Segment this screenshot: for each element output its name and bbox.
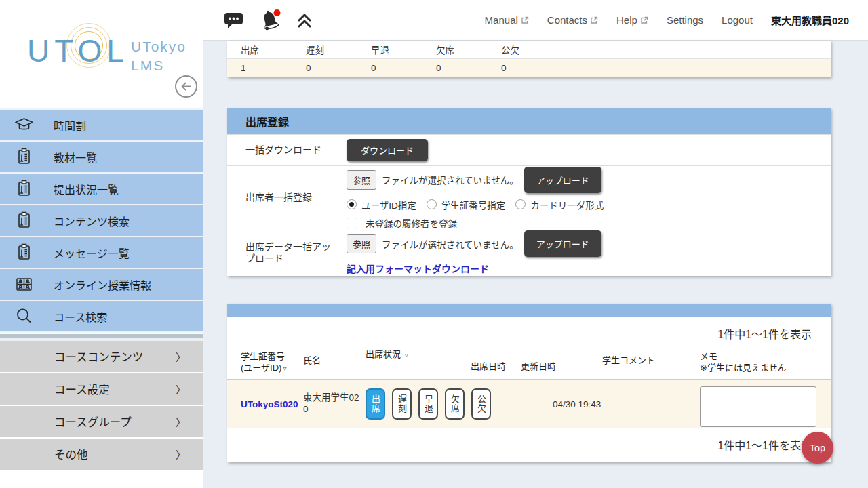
summary-header-row: 出席 遅刻 早退 欠席 公欠 <box>227 41 831 58</box>
memo-textarea[interactable] <box>700 386 816 427</box>
summary-col-present: 出席 <box>241 43 306 56</box>
utol-logo-subtitle: UTokyo LMS <box>131 37 186 76</box>
sort-indicator-icon: ▿ <box>405 351 408 359</box>
speech-bubble-icon <box>224 11 244 29</box>
contacts-link[interactable]: Contacts <box>547 14 598 26</box>
update-datetime-value: 04/30 19:43 <box>553 399 601 409</box>
sidebar-main-menu: 時間割 教材一覧 提出状況一覧 コンテンツ検索 メッセージ一覧 <box>0 108 203 333</box>
download-button[interactable]: ダウンロード <box>347 139 428 161</box>
status-absent-button[interactable]: 欠席 <box>445 388 465 420</box>
external-link-icon <box>640 16 648 24</box>
student-id-link[interactable]: UTokyoSt020 <box>241 399 298 409</box>
external-link-icon <box>590 16 598 24</box>
manual-link-label: Manual <box>485 14 518 26</box>
settings-link[interactable]: Settings <box>667 14 703 26</box>
status-early-leave-button[interactable]: 早退 <box>418 388 438 420</box>
summary-late-count: 0 <box>306 63 371 73</box>
sidebar-item-others[interactable]: その他 〉 <box>0 439 203 471</box>
utol-logo: UTOL <box>27 33 129 69</box>
summary-excused-count: 0 <box>501 63 566 73</box>
logo-area: UTOL UTokyo LMS <box>0 0 203 108</box>
browse-file-button[interactable]: 参照 <box>347 170 376 190</box>
graduation-cap-icon <box>14 115 35 136</box>
sidebar-item-course-search[interactable]: コース検索 <box>0 301 203 333</box>
chevron-right-icon: 〉 <box>176 447 186 462</box>
sidebar-item-timetable[interactable]: 時間割 <box>0 110 203 142</box>
notifications-button[interactable] <box>258 8 282 33</box>
sidebar-item-course-contents[interactable]: コースコンテンツ 〉 <box>0 341 203 373</box>
status-present-button[interactable]: 出席 <box>366 388 385 420</box>
summary-present-count: 1 <box>241 63 306 73</box>
sidebar-item-label: コース検索 <box>54 308 107 325</box>
clipboard-icon <box>14 146 35 167</box>
status-late-button[interactable]: 遅刻 <box>392 388 412 420</box>
sidebar-item-label: 提出状況一覧 <box>54 181 119 197</box>
sidebar-item-messages[interactable]: メッセージ一覧 <box>0 237 203 269</box>
current-user-name[interactable]: 東大用教職員020 <box>771 13 849 27</box>
upload-button[interactable]: アップロード <box>524 230 601 257</box>
register-unenrolled-checkbox[interactable] <box>347 218 357 228</box>
messages-button[interactable] <box>224 11 244 29</box>
chevron-right-icon: 〉 <box>176 350 186 364</box>
back-to-top-button[interactable]: Top <box>802 432 833 464</box>
sidebar-item-course-group[interactable]: コースグループ 〉 <box>0 406 203 439</box>
sidebar-collapse-button[interactable] <box>175 75 197 98</box>
sidebar-item-label: オンライン授業情報 <box>54 277 151 293</box>
logo-subtitle-line1: UTokyo <box>131 37 186 56</box>
upload-button[interactable]: アップロード <box>524 167 601 193</box>
manual-link[interactable]: Manual <box>485 14 529 26</box>
bulk-register-label: 出席者一括登録 <box>227 192 347 204</box>
sidebar-section-divider <box>0 333 203 341</box>
sidebar-item-submission-status[interactable]: 提出状況一覧 <box>0 174 203 205</box>
radio-card-reader-label[interactable]: カードリーダ形式 <box>530 198 604 211</box>
radio-user-id-label[interactable]: ユーザID指定 <box>361 198 416 211</box>
contacts-link-label: Contacts <box>547 14 587 26</box>
radio-student-card-number[interactable] <box>427 199 437 209</box>
attendance-register-panel: 出席登録 一括ダウンロード ダウンロード 出席者一括登録 参照 ファイルが選択さ… <box>227 108 831 276</box>
attendance-summary-table: 出席 遅刻 早退 欠席 公欠 1 0 0 0 0 <box>227 41 831 77</box>
search-icon <box>14 306 35 327</box>
people-grid-icon <box>14 274 35 295</box>
bell-icon <box>258 8 282 33</box>
sidebar-item-course-settings[interactable]: コース設定 〉 <box>0 373 203 406</box>
table-header: 1件中1〜1件を表示 学生証番号 (ユーザID)▿ 氏名 出席状況 ▿ 出席日時… <box>227 317 831 380</box>
scroll-to-top-button[interactable] <box>296 12 313 29</box>
submenu-item-label: その他 <box>54 446 88 462</box>
submenu-item-label: コースコンテンツ <box>54 348 143 365</box>
no-file-selected-text: ファイルが選択されていません。 <box>382 237 519 251</box>
radio-student-card-number-label[interactable]: 学生証番号指定 <box>441 198 506 211</box>
summary-col-excused: 公欠 <box>501 43 566 56</box>
sidebar-item-label: 教材一覧 <box>54 149 97 165</box>
table-row: UTokyoSt020 東大用学生020 出席 遅刻 早退 欠席 公欠 04/3… <box>227 380 831 428</box>
column-status[interactable]: 出席状況 ▿ <box>366 348 471 361</box>
sidebar-item-label: 時間割 <box>54 117 86 134</box>
summary-col-absent: 欠席 <box>436 43 501 56</box>
student-name: 東大用学生020 <box>303 392 360 415</box>
double-chevron-up-icon <box>296 12 313 29</box>
clipboard-icon <box>14 242 35 263</box>
help-link-label: Help <box>616 14 637 26</box>
format-download-link[interactable]: 記入用フォーマットダウンロード <box>347 262 601 275</box>
sidebar-item-label: メッセージ一覧 <box>54 245 130 261</box>
column-student-id[interactable]: 学生証番号 (ユーザID)▿ <box>241 350 303 374</box>
chevron-right-icon: 〉 <box>176 382 186 396</box>
submenu-item-label: コースグループ <box>54 413 132 430</box>
column-name: 氏名 <box>303 354 366 367</box>
sidebar-item-content-search[interactable]: コンテンツ検索 <box>0 205 203 237</box>
sidebar-item-materials[interactable]: 教材一覧 <box>0 142 203 174</box>
table-footer: 1件中1〜1件を表示 <box>227 428 831 461</box>
browse-file-button[interactable]: 参照 <box>347 234 376 253</box>
logout-link[interactable]: Logout <box>722 14 753 26</box>
radio-user-id[interactable] <box>347 199 357 209</box>
bulk-register-row: 出席者一括登録 参照 ファイルが選択されていません。 アップロード ユーザID指… <box>227 165 831 230</box>
status-button-group: 出席 遅刻 早退 欠席 公欠 <box>366 388 491 420</box>
bulk-upload-row: 出席データ一括アップロード 参照 ファイルが選択されていません。 アップロード … <box>227 230 831 275</box>
settings-link-label: Settings <box>667 14 703 26</box>
register-unenrolled-label[interactable]: 未登録の履修者を登録 <box>366 216 457 230</box>
sidebar: UTOL UTokyo LMS 時間割 教材一覧 提 <box>0 0 203 488</box>
help-link[interactable]: Help <box>616 14 648 26</box>
sidebar-item-online-class-info[interactable]: オンライン授業情報 <box>0 269 203 301</box>
status-excused-button[interactable]: 公欠 <box>471 388 491 420</box>
radio-card-reader[interactable] <box>515 199 526 209</box>
clipboard-icon <box>14 178 35 199</box>
